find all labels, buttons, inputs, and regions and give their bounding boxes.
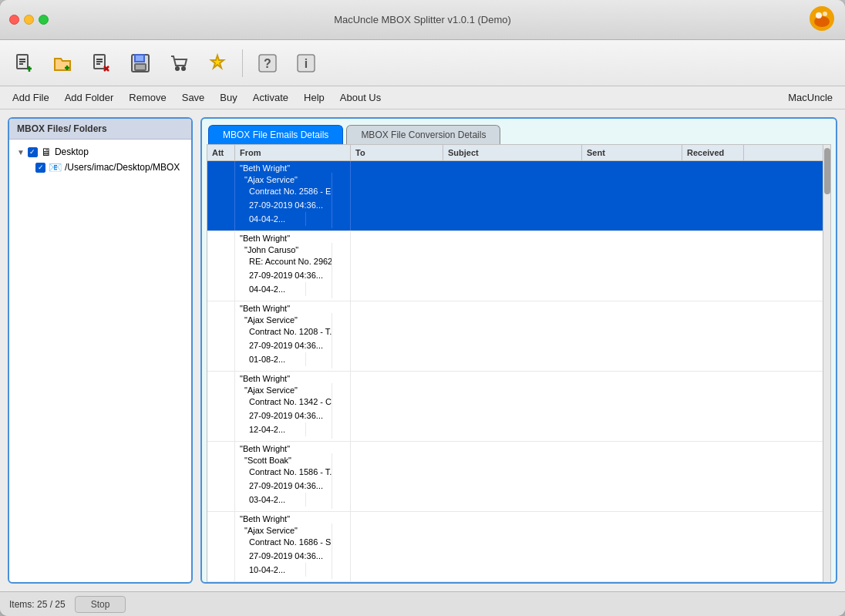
email-rows: "Beth Wright" "Ajax Service" Contract No… (207, 161, 823, 584)
svg-text:?: ? (264, 57, 271, 70)
svg-point-22 (182, 67, 185, 70)
add-file-button[interactable] (8, 46, 42, 80)
cell-received: 01-08-2... (244, 352, 306, 366)
cell-subject: RE: Account No. 2962... (244, 254, 332, 268)
tree-child-item[interactable]: ✓ 📧 /Users/imac/Desktop/MBOX (32, 160, 187, 175)
cell-from: "Beth Wright" "John Caruso" RE: Account … (235, 231, 351, 301)
svg-rect-19 (135, 55, 144, 62)
email-list-with-scrollbar: Att From To Subject Sent Received "Beth … (207, 145, 830, 584)
buy-button[interactable] (162, 46, 196, 80)
cell-to: "Ajax Service" Contract No. 1686 - Sl...… (240, 523, 332, 579)
cell-sent: 27-09-2019 04:36... (244, 268, 332, 282)
left-panel: MBOX Files/ Folders ▼ ✓ 🖥 Desktop ✓ 📧 /U… (8, 117, 193, 584)
tab-emails[interactable]: MBOX File Emails Details (208, 125, 343, 144)
cell-att (207, 161, 235, 231)
cell-received: 10-04-2... (244, 563, 306, 577)
status-items: Items: 25 / 25 (9, 599, 66, 610)
menu-buy[interactable]: Buy (214, 89, 243, 106)
email-list-header: Att From To Subject Sent Received (207, 145, 823, 161)
email-row[interactable]: "Beth Wright" "Ajax Service" Contract No… (207, 372, 823, 442)
close-button[interactable] (9, 15, 19, 25)
email-row[interactable]: "Beth Wright" "Ajax Service" Contract No… (207, 161, 823, 231)
cell-sent: 27-09-2019 04:36... (244, 338, 332, 352)
window-title: MacUncle MBOX Splitter v1.0.1 (Demo) (334, 14, 511, 25)
cell-att (207, 372, 235, 441)
email-list-content: Att From To Subject Sent Received "Beth … (207, 145, 823, 584)
email-list-scrollbar-thumb (824, 148, 830, 194)
svg-point-3 (823, 12, 827, 16)
cell-sent: 27-09-2019 04:36... (244, 549, 332, 563)
about-button[interactable]: i (289, 46, 323, 80)
svg-point-21 (176, 67, 179, 70)
cell-subject: Contract No. 1342 - C... (244, 395, 332, 409)
cell-from: "Beth Wright" "Ajax Service" Contract No… (235, 512, 351, 581)
svg-point-2 (816, 12, 822, 19)
cell-from: "Beth Wright" "Scott Boak" Contract No. … (235, 582, 351, 584)
toolbar: ? i (0, 40, 845, 86)
svg-text:i: i (305, 57, 308, 70)
menu-remove[interactable]: Remove (123, 89, 172, 106)
svg-point-1 (814, 16, 830, 27)
traffic-lights (9, 15, 49, 25)
menu-help[interactable]: Help (298, 89, 331, 106)
cell-from: "Beth Wright" "Ajax Service" Contract No… (235, 301, 351, 371)
tab-conversion[interactable]: MBOX File Conversion Details (346, 125, 500, 144)
email-row[interactable]: "Beth Wright" "Ajax Service" Contract No… (207, 301, 823, 372)
minimize-button[interactable] (24, 15, 34, 25)
activate-button[interactable] (200, 46, 234, 80)
email-list-scrollbar[interactable] (823, 145, 830, 584)
menu-activate[interactable]: Activate (247, 89, 295, 106)
col-header-received: Received (682, 145, 744, 160)
cell-subject: Contract No. 2586 - E... (244, 184, 332, 198)
email-row[interactable]: "Beth Wright" "Scott Boak" Contract No. … (207, 582, 823, 584)
tree-area: ▼ ✓ 🖥 Desktop ✓ 📧 /Users/imac/Desktop/MB… (9, 140, 191, 582)
menu-about[interactable]: About Us (334, 89, 387, 106)
email-row[interactable]: "Beth Wright" "Ajax Service" Contract No… (207, 512, 823, 582)
cell-received: 03-04-2... (244, 493, 306, 507)
brand-name: MacUncle (782, 89, 839, 106)
remove-button[interactable] (85, 46, 119, 80)
tab-bar: MBOX File Emails Details MBOX File Conve… (202, 119, 836, 144)
cell-received: 04-04-2... (244, 212, 306, 226)
logo-area (808, 5, 836, 35)
save-button[interactable] (123, 46, 157, 80)
tree-root-checkbox[interactable]: ✓ (28, 147, 38, 157)
menu-add-folder[interactable]: Add Folder (59, 89, 120, 106)
app-logo-icon (808, 5, 836, 32)
cell-received: 12-04-2... (244, 422, 306, 436)
cell-subject: Contract No. 1686 - Sl... (244, 535, 332, 549)
status-bar: Items: 25 / 25 Stop (0, 591, 845, 616)
stop-button[interactable]: Stop (75, 596, 126, 613)
cell-from: "Beth Wright" "Ajax Service" Contract No… (235, 372, 351, 441)
tree-child-checkbox[interactable]: ✓ (35, 163, 45, 173)
svg-rect-20 (135, 64, 146, 70)
tree-child-label: /Users/imac/Desktop/MBOX (65, 162, 180, 173)
cell-att (207, 301, 235, 371)
col-header-subject: Subject (443, 145, 582, 160)
toolbar-separator (242, 49, 243, 77)
email-row[interactable]: "Beth Wright" "Scott Boak" Contract No. … (207, 442, 823, 512)
mbox-file-icon: 📧 (49, 161, 62, 173)
menu-add-file[interactable]: Add File (6, 89, 56, 106)
email-row[interactable]: "Beth Wright" "John Caruso" RE: Account … (207, 231, 823, 301)
menu-save[interactable]: Save (176, 89, 211, 106)
col-header-sent: Sent (582, 145, 682, 160)
tree-root-item[interactable]: ▼ ✓ 🖥 Desktop (14, 144, 187, 160)
cell-from: "Beth Wright" "Scott Boak" Contract No. … (235, 442, 351, 511)
cell-received: 04-04-2... (244, 282, 306, 296)
main-window: MacUncle MBOX Splitter v1.0.1 (Demo) (0, 0, 845, 616)
tree-root-label: Desktop (55, 146, 89, 157)
cell-att (207, 442, 235, 511)
add-folder-button[interactable] (46, 46, 80, 80)
help-button[interactable]: ? (251, 46, 284, 80)
cell-sent: 27-09-2019 04:36... (244, 409, 332, 422)
cell-to: "Ajax Service" Contract No. 2586 - E... … (240, 173, 332, 228)
desktop-icon: 🖥 (41, 146, 52, 158)
maximize-button[interactable] (39, 15, 49, 25)
cell-to: "Ajax Service" Contract No. 1342 - C... … (240, 383, 332, 439)
cell-to: "Scott Boak" Contract No. 1586 - T... 27… (240, 453, 332, 509)
cell-to: "Ajax Service" Contract No. 1208 - T... … (240, 313, 332, 369)
title-bar: MacUncle MBOX Splitter v1.0.1 (Demo) (0, 0, 845, 40)
email-list-area: Att From To Subject Sent Received "Beth … (207, 144, 831, 584)
right-panel: MBOX File Emails Details MBOX File Conve… (200, 117, 837, 584)
